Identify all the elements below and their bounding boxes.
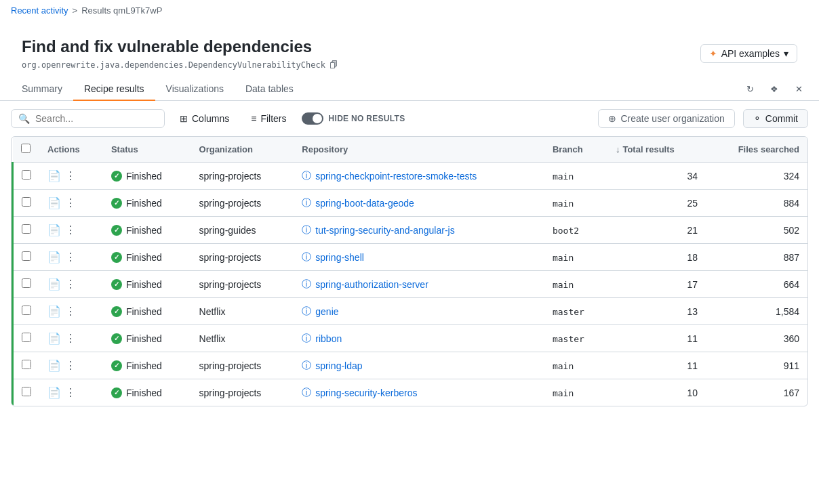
row-total-cell: 25	[607, 190, 706, 217]
star-icon: ✦	[709, 48, 717, 59]
row-actions-cell: 📄 ⋮	[39, 244, 103, 271]
columns-label: Columns	[192, 113, 229, 124]
row-checkbox[interactable]	[22, 197, 31, 207]
row-actions-cell: 📄 ⋮	[39, 217, 103, 244]
row-org-cell: spring-projects	[191, 190, 294, 217]
row-branch-cell: boot2	[544, 217, 607, 244]
commit-button[interactable]: ⚬ Commit	[743, 109, 808, 128]
status-dot	[111, 171, 122, 182]
row-org-cell: spring-projects	[191, 271, 294, 298]
status-text: Finished	[126, 198, 162, 209]
search-input[interactable]	[35, 113, 157, 124]
status-text: Finished	[126, 252, 162, 263]
row-checkbox[interactable]	[22, 278, 31, 288]
close-button[interactable]: ✕	[789, 80, 808, 99]
more-icon[interactable]: ⋮	[65, 224, 76, 236]
row-actions-cell: 📄 ⋮	[39, 379, 103, 406]
tab-recipe-results[interactable]: Recipe results	[73, 78, 155, 101]
row-checkbox[interactable]	[22, 224, 31, 234]
share-icon: ❖	[770, 84, 778, 94]
more-icon[interactable]: ⋮	[65, 251, 76, 264]
more-icon[interactable]: ⋮	[65, 278, 76, 291]
info-icon[interactable]: ⓘ	[302, 360, 311, 372]
info-icon[interactable]: ⓘ	[302, 333, 311, 345]
export-icon[interactable]: 📄	[47, 251, 61, 264]
more-icon[interactable]: ⋮	[65, 305, 76, 318]
status-text: Finished	[126, 225, 162, 236]
status-text: Finished	[126, 171, 162, 182]
export-icon[interactable]: 📄	[47, 278, 61, 291]
columns-button[interactable]: ⊞ Columns	[173, 110, 236, 127]
copy-icon[interactable]: 🗍	[329, 60, 338, 70]
more-icon[interactable]: ⋮	[65, 332, 76, 345]
more-icon[interactable]: ⋮	[65, 359, 76, 372]
tab-data-tables[interactable]: Data tables	[235, 78, 304, 101]
more-icon[interactable]: ⋮	[65, 196, 76, 209]
breadcrumb-recent[interactable]: Recent activity	[11, 5, 68, 16]
tab-visualizations[interactable]: Visualizations	[155, 78, 235, 101]
row-checkbox[interactable]	[22, 251, 31, 261]
hide-label: HIDE NO RESULTS	[329, 114, 405, 123]
total-header[interactable]: ↓ Total results	[607, 137, 706, 163]
select-all-checkbox[interactable]	[21, 144, 31, 153]
api-examples-button[interactable]: ✦ API examples ▾	[700, 44, 797, 63]
table-row: 📄 ⋮ Finished spring-projects ⓘ spring-au…	[13, 271, 808, 298]
info-icon[interactable]: ⓘ	[302, 251, 311, 264]
info-icon[interactable]: ⓘ	[302, 306, 311, 318]
repo-link[interactable]: spring-boot-data-geode	[315, 198, 414, 209]
info-icon[interactable]: ⓘ	[302, 197, 311, 209]
repo-link[interactable]: spring-checkpoint-restore-smoke-tests	[315, 171, 477, 182]
repo-link[interactable]: ribbon	[315, 333, 342, 344]
repo-link[interactable]: spring-shell	[315, 252, 364, 263]
row-checkbox[interactable]	[22, 170, 31, 180]
breadcrumb: Recent activity > Results qmL9Tk7wP	[0, 0, 819, 21]
tab-summary[interactable]: Summary	[11, 78, 73, 101]
refresh-button[interactable]: ↻	[740, 80, 759, 99]
info-icon[interactable]: ⓘ	[302, 387, 311, 399]
export-icon[interactable]: 📄	[47, 169, 61, 182]
export-icon[interactable]: 📄	[47, 196, 61, 209]
export-icon[interactable]: 📄	[47, 359, 61, 372]
row-files-cell: 664	[706, 271, 807, 298]
row-checkbox-cell	[13, 325, 40, 352]
repo-link[interactable]: genie	[315, 306, 338, 317]
table-row: 📄 ⋮ Finished spring-projects ⓘ spring-se…	[13, 379, 808, 406]
row-total-cell: 17	[607, 271, 706, 298]
toggle-switch[interactable]	[302, 112, 323, 125]
info-icon[interactable]: ⓘ	[302, 224, 311, 236]
row-total-cell: 11	[607, 352, 706, 379]
export-icon[interactable]: 📄	[47, 332, 61, 345]
export-icon[interactable]: 📄	[47, 224, 61, 236]
status-text: Finished	[126, 279, 162, 290]
hide-no-results-toggle: HIDE NO RESULTS	[302, 112, 405, 125]
row-status-cell: Finished	[103, 298, 191, 325]
row-checkbox-cell	[13, 163, 40, 190]
status-text: Finished	[126, 360, 162, 371]
create-org-button[interactable]: ⊕ Create user organization	[598, 109, 734, 128]
share-button[interactable]: ❖	[765, 80, 784, 99]
results-table: Actions Status Organization Repository B…	[11, 136, 808, 406]
status-header: Status	[103, 137, 191, 163]
row-actions-cell: 📄 ⋮	[39, 271, 103, 298]
repo-link[interactable]: spring-ldap	[315, 360, 362, 371]
row-checkbox-cell	[13, 217, 40, 244]
info-icon[interactable]: ⓘ	[302, 278, 311, 291]
row-checkbox[interactable]	[22, 360, 31, 369]
repo-link[interactable]: tut-spring-security-and-angular-js	[315, 225, 454, 236]
row-status-cell: Finished	[103, 325, 191, 352]
repo-link[interactable]: spring-security-kerberos	[315, 387, 417, 398]
files-header: Files searched	[706, 137, 807, 163]
export-icon[interactable]: 📄	[47, 305, 61, 318]
row-checkbox[interactable]	[22, 306, 31, 315]
row-org-cell: spring-projects	[191, 352, 294, 379]
row-checkbox[interactable]	[22, 387, 31, 396]
repo-link[interactable]: spring-authorization-server	[315, 279, 428, 290]
more-icon[interactable]: ⋮	[65, 169, 76, 182]
export-icon[interactable]: 📄	[47, 386, 61, 399]
row-checkbox[interactable]	[22, 333, 31, 342]
info-icon[interactable]: ⓘ	[302, 170, 311, 182]
filters-button[interactable]: ≡ Filters	[244, 110, 293, 127]
more-icon[interactable]: ⋮	[65, 386, 76, 399]
repo-header: Repository	[294, 137, 544, 163]
filters-label: Filters	[260, 113, 286, 124]
